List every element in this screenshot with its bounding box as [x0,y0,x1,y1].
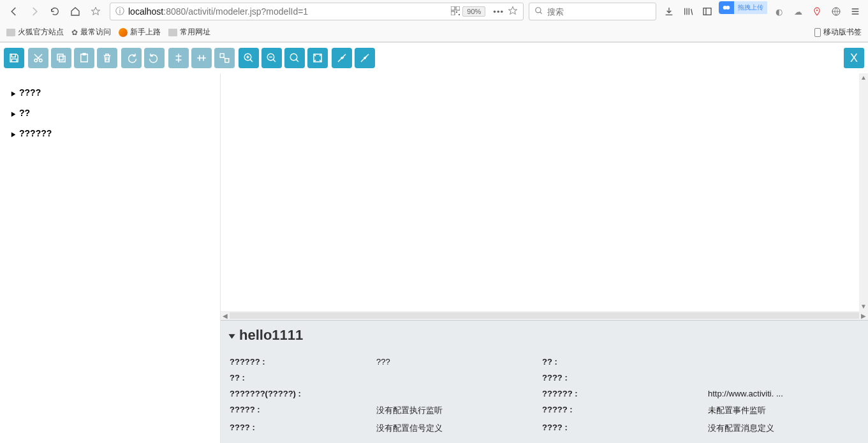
prop-value[interactable]: http://www.activiti. ... [708,386,859,402]
zoom-badge[interactable]: 90% [462,6,485,17]
save-button[interactable] [4,48,24,68]
prop-label[interactable]: ???????(?????) : [230,386,376,402]
zoom-out-button[interactable] [261,48,282,68]
gear-icon: ✿ [71,28,78,37]
prop-label[interactable]: ???? : [542,419,708,437]
bookmark-star-icon[interactable] [508,6,518,18]
bookmark-label: 新手上路 [130,27,161,38]
scroll-left-icon[interactable]: ◀ [221,312,230,319]
close-button[interactable]: X [844,48,864,68]
svg-point-5 [536,7,541,12]
prop-label[interactable]: ?? : [542,354,708,370]
bookmark-folder-1[interactable]: 火狐官方站点 [6,27,64,38]
reload-button[interactable] [46,3,64,20]
svg-point-24 [364,57,366,59]
info-icon[interactable]: ⓘ [115,6,124,17]
home-button[interactable] [66,3,84,20]
back-button[interactable] [5,3,23,20]
scroll-down-icon[interactable]: ▼ [859,302,868,311]
app-toolbar: X [0,43,868,73]
delete-button[interactable] [97,48,117,68]
svg-rect-18 [225,59,229,62]
undo-button[interactable] [144,48,165,68]
app-body: ???? ?? ?????? ▲ ▼ ◀ ▶ hello1111 ?????? … [0,73,868,443]
forward-button[interactable] [26,3,43,20]
prop-label[interactable]: ????? : [230,402,376,419]
svg-rect-14 [59,56,65,62]
bendpoint-remove-button[interactable] [355,48,375,68]
prop-label[interactable]: ???? : [230,419,376,437]
ext-icon-1[interactable]: ◐ [771,4,786,19]
hamburger-menu-icon[interactable] [848,4,863,19]
properties-header[interactable]: hello1111 [221,321,868,350]
prop-value[interactable]: 没有配置信号定义 [376,419,542,437]
browser-nav-bar: ⓘ localhost:8080/activiti/modeler.jsp?mo… [0,0,868,23]
palette-group-2[interactable]: ?? [9,104,211,122]
prop-label[interactable]: ?????? : [230,354,376,370]
prop-label[interactable]: ????? : [542,402,708,419]
properties-title: hello1111 [239,327,303,344]
sidebar-icon[interactable] [700,4,715,19]
prop-value[interactable] [376,370,542,386]
bookmark-mobile[interactable]: 移动版书签 [814,27,862,38]
prop-label[interactable]: ???? : [542,370,708,386]
prop-value[interactable]: 没有配置执行监听 [376,402,542,419]
svg-point-21 [290,54,297,61]
scroll-up-icon[interactable]: ▲ [859,73,868,82]
bookmark-label: 火狐官方站点 [18,27,64,38]
palette-group-1[interactable]: ???? [9,84,211,101]
bookmark-getting-started[interactable]: 新手上路 [119,27,161,38]
qr-icon[interactable] [451,6,460,17]
align-vertical-button[interactable] [168,48,189,68]
downloads-icon[interactable] [661,4,677,19]
scroll-track[interactable] [230,312,859,319]
align-horizontal-button[interactable] [191,48,212,68]
zoom-in-button[interactable] [239,48,259,68]
search-icon [534,6,543,17]
prop-label[interactable]: ?????? : [542,386,708,402]
url-bar[interactable]: ⓘ localhost:8080/activiti/modeler.jsp?mo… [110,3,524,20]
paste-button[interactable] [74,48,94,68]
canvas-scrollbar-horizontal[interactable]: ◀ ▶ [221,311,868,320]
prop-value[interactable] [376,386,542,402]
highlights-button[interactable] [87,3,105,20]
prop-value[interactable] [708,370,859,386]
library-icon[interactable] [680,4,696,19]
search-input[interactable] [547,7,654,17]
bookmark-most-visited[interactable]: ✿ 最常访问 [71,27,111,38]
zoom-reset-button[interactable] [284,48,305,68]
firefox-icon [119,28,128,37]
scroll-right-icon[interactable]: ▶ [859,312,868,319]
ext-globe-icon[interactable] [828,4,844,19]
baidu-ext[interactable]: 拖拽上传 [719,1,767,14]
same-size-button[interactable] [214,48,235,68]
properties-grid: ?????? : ??? ?? : ?? : ???? : ???????(??… [221,350,868,443]
svg-rect-4 [459,14,460,15]
redo-button[interactable] [121,48,142,68]
prop-value[interactable] [708,354,859,370]
prop-value[interactable]: 未配置事件监听 [708,402,859,419]
cut-button[interactable] [28,48,48,68]
prop-value[interactable]: ??? [376,354,542,370]
svg-rect-13 [57,54,63,60]
search-box[interactable] [529,3,656,20]
svg-rect-16 [83,54,86,55]
palette-group-3[interactable]: ?????? [9,124,211,142]
prop-label[interactable]: ?? : [230,370,376,386]
canvas[interactable]: ▲ ▼ [221,73,868,311]
ext-icon-2[interactable]: ☁ [790,4,805,19]
folder-icon [168,29,177,36]
palette-sidebar: ???? ?? ?????? [0,73,220,443]
mobile-icon [814,28,821,37]
bookmark-folder-2[interactable]: 常用网址 [168,27,210,38]
prop-value[interactable]: 没有配置消息定义 [708,419,859,437]
svg-point-23 [341,57,343,59]
bendpoint-add-button[interactable] [332,48,352,68]
location-pin-icon[interactable] [809,4,825,19]
svg-rect-1 [456,6,460,10]
copy-button[interactable] [51,48,71,68]
svg-rect-17 [220,54,224,57]
zoom-fit-button[interactable] [307,48,328,68]
canvas-scrollbar-vertical[interactable]: ▲ ▼ [859,73,868,311]
page-actions-icon[interactable]: ••• [493,7,504,17]
